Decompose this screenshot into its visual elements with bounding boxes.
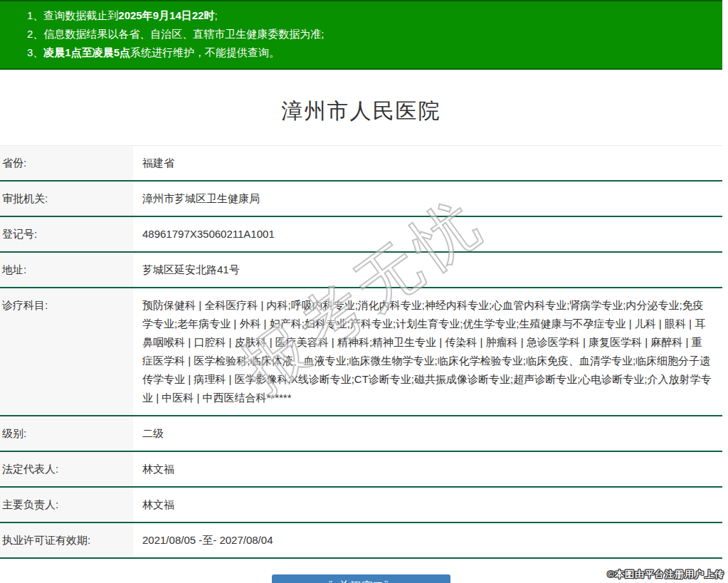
row-value: 福建省 [133,146,722,180]
query-result-page: 1、查询数据截止到2025年9月14日22时; 2、信息数据结果以各省、自治区、… [0,0,728,583]
notice-text: 2、信息数据结果以各省、自治区、直辖市卫生健康委数据为准; [27,28,325,40]
row-label: 省份: [0,146,133,180]
table-row-approval-authority: 审批机关: 漳州市芗城区卫生健康局 [0,182,722,217]
row-label: 法定代表人: [0,452,133,486]
upload-attribution: ©本图由平台注册用户上传 [607,568,724,581]
table-row-license-validity: 执业许可证有效期: 2021/08/05 -至- 2027/08/04 [0,523,722,559]
table-row-principal: 主要负责人: 林文福 [0,488,722,523]
notice-banner: 1、查询数据截止到2025年9月14日22时; 2、信息数据结果以各省、自治区、… [0,0,722,70]
table-row-address: 地址: 芗城区延安北路41号 [0,253,722,288]
row-value: 预防保健科 | 全科医疗科 | 内科;呼吸内科专业;消化内科专业;神经内科专业;… [133,288,722,415]
row-value: 芗城区延安北路41号 [133,253,722,287]
row-label: 地址: [0,253,133,287]
table-row-level: 级别: 二级 [0,416,722,452]
row-label: 执业许可证有效期: [0,523,133,557]
row-value: 林文福 [133,488,722,522]
row-label: 诊疗科目: [0,288,133,415]
row-value: 2021/08/05 -至- 2027/08/04 [133,523,722,557]
close-window-button[interactable]: 〖关闭窗口〗 [272,574,450,583]
row-label: 登记号: [0,217,133,251]
row-label: 级别: [0,416,133,451]
row-value: 漳州市芗城区卫生健康局 [133,182,722,216]
notice-bold-text: 2025年9月14日22时 [118,9,214,21]
notice-bold-text: 凌晨1点至凌晨5点 [43,46,130,58]
row-label: 审批机关: [0,182,133,216]
hospital-info-table: 省份: 福建省 审批机关: 漳州市芗城区卫生健康局 登记号: 48961797X… [0,145,722,559]
notice-line-1: 1、查询数据截止到2025年9月14日22时; [27,6,715,25]
notice-text: 1、查询数据截止到 [27,9,118,21]
notice-text: ; [214,9,217,21]
table-row-registration-number: 登记号: 48961797X35060211A1001 [0,217,722,253]
row-value: 48961797X35060211A1001 [133,217,722,251]
row-value: 二级 [133,416,722,451]
notice-line-3: 3、凌晨1点至凌晨5点系统进行维护，不能提供查询。 [27,43,715,62]
row-label: 主要负责人: [0,488,133,522]
table-row-province: 省份: 福建省 [0,146,722,182]
table-row-departments: 诊疗科目: 预防保健科 | 全科医疗科 | 内科;呼吸内科专业;消化内科专业;神… [0,288,722,416]
table-row-legal-representative: 法定代表人: 林文福 [0,452,722,488]
notice-text: 系统进行维护，不能提供查询。 [130,46,280,58]
row-value: 林文福 [133,452,722,486]
notice-line-2: 2、信息数据结果以各省、自治区、直辖市卫生健康委数据为准; [27,25,715,43]
hospital-title: 漳州市人民医院 [0,97,722,126]
notice-text: 3、 [27,46,43,58]
